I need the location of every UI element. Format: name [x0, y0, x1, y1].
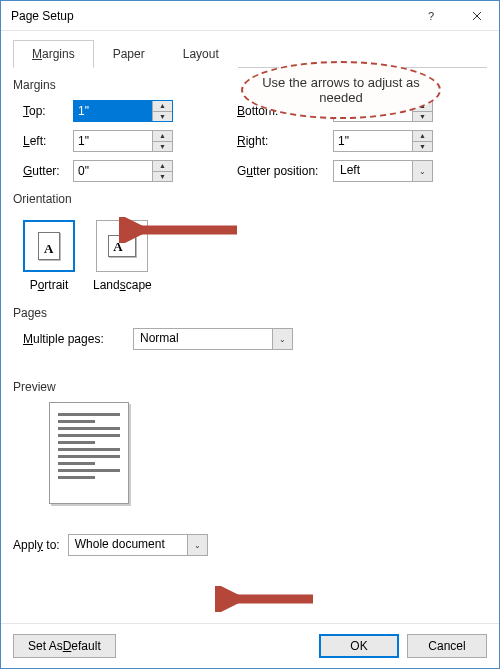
gutter-pos-label: Gutter position: — [233, 164, 333, 178]
cancel-button[interactable]: Cancel — [407, 634, 487, 658]
preview-thumbnail — [49, 402, 129, 504]
tab-bar: Margins Paper Layout — [13, 39, 487, 68]
chevron-down-icon: ⌄ — [272, 329, 292, 349]
gutter-spin-down[interactable]: ▼ — [153, 171, 172, 182]
left-spin-up[interactable]: ▲ — [153, 131, 172, 141]
dialog-footer: Set As Default OK Cancel — [1, 623, 499, 668]
right-spin-down[interactable]: ▼ — [413, 141, 432, 152]
top-input[interactable]: ▲ ▼ — [73, 100, 173, 122]
chevron-down-icon: ⌄ — [412, 161, 432, 181]
right-input-field[interactable] — [334, 131, 412, 151]
multiple-pages-label: Multiple pages: — [23, 332, 133, 346]
right-label: Right: — [233, 134, 333, 148]
gutter-pos-select[interactable]: Left ⌄ — [333, 160, 433, 182]
gutter-label: Gutter: — [13, 164, 73, 178]
titlebar: Page Setup ? — [1, 1, 499, 31]
landscape-label: Landscape — [93, 278, 152, 292]
pages-section-label: Pages — [13, 306, 487, 320]
window-title: Page Setup — [11, 9, 409, 23]
orientation-portrait[interactable]: A Portrait — [23, 220, 75, 292]
portrait-icon: A — [23, 220, 75, 272]
right-input[interactable]: ▲ ▼ — [333, 130, 433, 152]
multiple-pages-value: Normal — [134, 329, 272, 349]
gutter-input-field[interactable] — [74, 161, 152, 181]
top-spin-up[interactable]: ▲ — [153, 101, 172, 111]
left-input-field[interactable] — [74, 131, 152, 151]
annotation-arrow-1 — [119, 217, 239, 243]
tab-margins[interactable]: Margins — [13, 40, 94, 68]
set-as-default-button[interactable]: Set As Default — [13, 634, 116, 658]
annotation-arrow-2 — [215, 586, 315, 612]
close-button[interactable] — [454, 1, 499, 31]
annotation-callout-text: Use the arrows to adjust as needed — [261, 75, 421, 105]
tab-paper[interactable]: Paper — [94, 40, 164, 68]
gutter-input[interactable]: ▲ ▼ — [73, 160, 173, 182]
ok-button[interactable]: OK — [319, 634, 399, 658]
bottom-spin-down[interactable]: ▼ — [413, 111, 432, 122]
tab-layout[interactable]: Layout — [164, 40, 238, 68]
top-input-field[interactable] — [74, 101, 152, 121]
portrait-label: Portrait — [30, 278, 69, 292]
left-spin-down[interactable]: ▼ — [153, 141, 172, 152]
gutter-pos-value: Left — [334, 161, 412, 181]
apply-to-select[interactable]: Whole document ⌄ — [68, 534, 208, 556]
left-label: Left: — [13, 134, 73, 148]
chevron-down-icon: ⌄ — [187, 535, 207, 555]
apply-to-label: Apply to: — [13, 538, 60, 552]
orientation-section-label: Orientation — [13, 192, 487, 206]
preview-section-label: Preview — [13, 380, 487, 394]
annotation-callout: Use the arrows to adjust as needed — [241, 61, 441, 119]
top-spin-down[interactable]: ▼ — [153, 111, 172, 122]
apply-to-value: Whole document — [69, 535, 187, 555]
multiple-pages-select[interactable]: Normal ⌄ — [133, 328, 293, 350]
dialog-body: Use the arrows to adjust as needed — [1, 31, 499, 566]
left-input[interactable]: ▲ ▼ — [73, 130, 173, 152]
top-label: Top: — [13, 104, 73, 118]
right-spin-up[interactable]: ▲ — [413, 131, 432, 141]
gutter-spin-up[interactable]: ▲ — [153, 161, 172, 171]
svg-text:?: ? — [428, 11, 434, 21]
help-button[interactable]: ? — [409, 1, 454, 31]
page-setup-dialog: Page Setup ? Use the arrows to adjust as… — [0, 0, 500, 669]
